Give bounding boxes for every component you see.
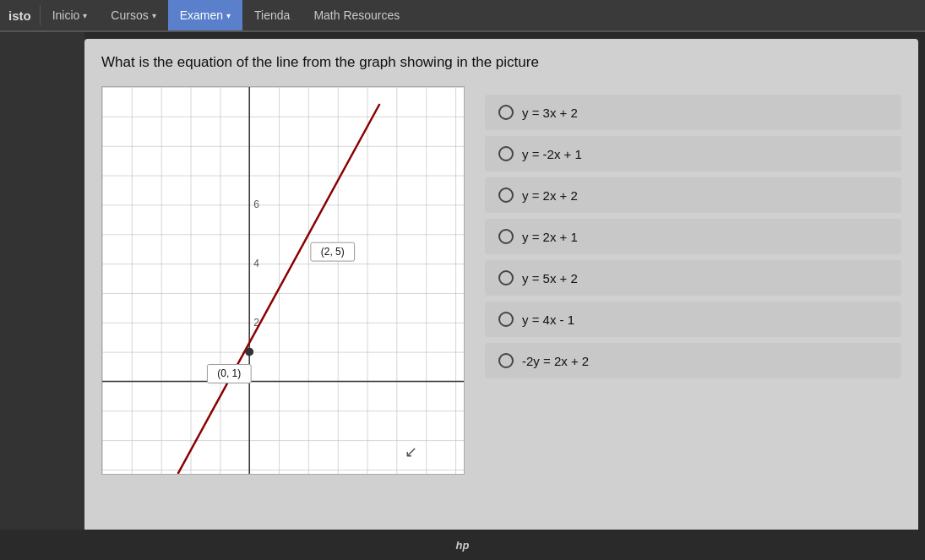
nav-item-examen[interactable]: Examen ▾ — [168, 0, 242, 30]
options-container: y = 3x + 2 y = -2x + 1 y = 2x + 2 y = 2x… — [485, 95, 901, 378]
question-body: 6 4 2 (0, 1) (2, 5) ↙ — [101, 86, 901, 475]
radio-opt3[interactable] — [498, 188, 514, 203]
radio-opt7[interactable] — [498, 353, 514, 368]
left-panel — [0, 32, 84, 560]
option-5[interactable]: y = 5x + 2 — [485, 260, 901, 296]
option-label-7: -2y = 2x + 2 — [522, 354, 589, 368]
option-label-5: y = 5x + 2 — [522, 271, 578, 285]
svg-text:4: 4 — [253, 258, 259, 269]
navbar: isto Inicio ▾ Cursos ▾ Examen ▾ Tienda M… — [0, 0, 925, 32]
svg-point-9 — [245, 348, 253, 356]
option-1[interactable]: y = 3x + 2 — [485, 95, 901, 130]
option-6[interactable]: y = 4x - 1 — [485, 302, 901, 337]
nav-item-cursos[interactable]: Cursos ▾ — [99, 0, 167, 30]
svg-text:(2, 5): (2, 5) — [321, 246, 345, 258]
option-label-2: y = -2x + 1 — [522, 147, 582, 161]
graph-svg: 6 4 2 (0, 1) (2, 5) ↙ — [102, 87, 464, 474]
question-text: What is the equation of the line from th… — [101, 54, 901, 71]
chevron-down-icon: ▾ — [152, 11, 156, 20]
graph-container: 6 4 2 (0, 1) (2, 5) ↙ — [101, 86, 465, 475]
option-label-6: y = 4x - 1 — [522, 313, 574, 327]
option-label-4: y = 2x + 1 — [522, 230, 578, 244]
chevron-down-icon: ▾ — [83, 11, 87, 20]
svg-text:(0, 1): (0, 1) — [217, 367, 241, 379]
radio-opt1[interactable] — [498, 105, 514, 120]
bottom-bar: hp — [0, 530, 925, 560]
radio-opt2[interactable] — [498, 146, 514, 161]
nav-item-math-resources[interactable]: Math Resources — [302, 0, 411, 30]
option-label-3: y = 2x + 2 — [522, 188, 578, 203]
nav-item-inicio[interactable]: Inicio ▾ — [41, 0, 100, 30]
nav-brand[interactable]: isto — [0, 8, 40, 23]
option-2[interactable]: y = -2x + 1 — [485, 136, 901, 171]
option-3[interactable]: y = 2x + 2 — [485, 177, 901, 213]
svg-text:↙: ↙ — [405, 443, 417, 460]
option-7[interactable]: -2y = 2x + 2 — [485, 343, 901, 378]
radio-opt4[interactable] — [498, 229, 514, 244]
hp-logo: hp — [456, 539, 470, 552]
radio-opt6[interactable] — [498, 312, 514, 327]
svg-text:6: 6 — [253, 198, 259, 210]
content-area: What is the equation of the line from th… — [84, 39, 918, 552]
nav-item-tienda[interactable]: Tienda — [242, 0, 302, 30]
radio-opt5[interactable] — [498, 270, 514, 285]
option-label-1: y = 3x + 2 — [522, 106, 578, 120]
chevron-down-icon: ▾ — [226, 11, 231, 20]
option-4[interactable]: y = 2x + 1 — [485, 219, 901, 254]
